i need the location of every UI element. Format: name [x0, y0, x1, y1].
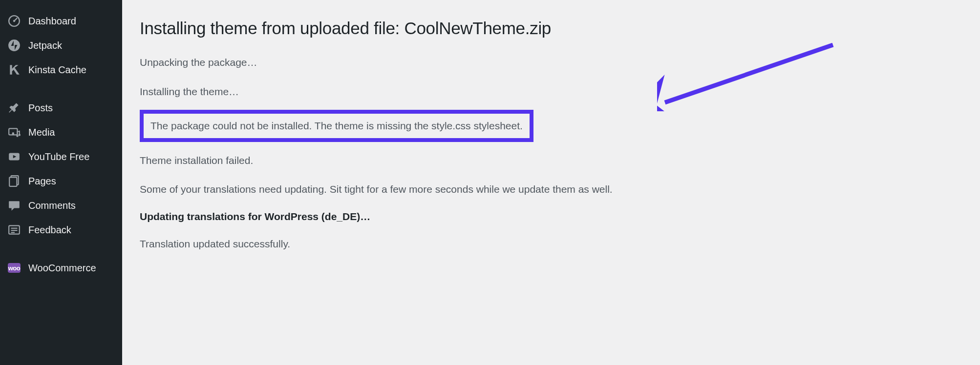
feedback-icon — [8, 223, 21, 236]
svg-point-2 — [8, 40, 20, 51]
page-title: Installing theme from uploaded file: Coo… — [140, 19, 962, 38]
status-translations-heading: Updating translations for WordPress (de_… — [140, 211, 962, 223]
main-content: Installing theme from uploaded file: Coo… — [122, 0, 980, 365]
sidebar-item-label: Comments — [28, 200, 76, 211]
sidebar-item-comments[interactable]: Comments — [0, 193, 122, 218]
pages-icon — [8, 175, 21, 187]
status-error-missing-stylesheet: The package could not be installed. The … — [150, 118, 523, 134]
sidebar-item-feedback[interactable]: Feedback — [0, 218, 122, 242]
sidebar-item-woocommerce[interactable]: woo WooCommerce — [0, 256, 122, 280]
sidebar-item-label: YouTube Free — [28, 151, 89, 162]
status-unpacking: Unpacking the package… — [140, 55, 962, 70]
admin-sidebar: Dashboard Jetpack Kinsta Cache Posts Med… — [0, 0, 122, 365]
sidebar-separator — [0, 82, 122, 96]
play-icon — [8, 150, 21, 163]
sidebar-item-jetpack[interactable]: Jetpack — [0, 33, 122, 58]
sidebar-item-kinsta-cache[interactable]: Kinsta Cache — [0, 58, 122, 82]
sidebar-item-label: Pages — [28, 176, 56, 187]
sidebar-item-label: Jetpack — [28, 40, 62, 51]
woo-icon: woo — [8, 262, 21, 274]
sidebar-item-label: Kinsta Cache — [28, 64, 86, 76]
sidebar-item-dashboard[interactable]: Dashboard — [0, 9, 122, 33]
sidebar-item-label: WooCommerce — [28, 263, 96, 274]
error-highlight-box: The package could not be installed. The … — [140, 110, 533, 142]
status-translations-success: Translation updated successfully. — [140, 236, 962, 252]
status-translations-updating: Some of your translations need updating.… — [140, 182, 962, 197]
dashboard-icon — [8, 15, 21, 27]
sidebar-item-posts[interactable]: Posts — [0, 96, 122, 120]
kinsta-icon — [8, 63, 21, 76]
sidebar-separator — [0, 242, 122, 256]
status-install-failed: Theme installation failed. — [140, 153, 962, 168]
sidebar-item-pages[interactable]: Pages — [0, 169, 122, 193]
jetpack-icon — [8, 39, 21, 52]
status-installing: Installing the theme… — [140, 84, 962, 100]
sidebar-item-media[interactable]: Media — [0, 120, 122, 144]
sidebar-item-label: Media — [28, 127, 55, 138]
svg-rect-8 — [9, 177, 17, 186]
sidebar-item-label: Posts — [28, 102, 53, 114]
svg-point-1 — [13, 20, 15, 22]
sidebar-item-label: Feedback — [28, 224, 71, 236]
pin-icon — [8, 101, 21, 114]
comments-icon — [8, 199, 21, 212]
media-icon — [8, 126, 21, 139]
annotation-arrow — [657, 43, 838, 111]
sidebar-item-label: Dashboard — [28, 16, 76, 27]
sidebar-item-youtube-free[interactable]: YouTube Free — [0, 144, 122, 169]
